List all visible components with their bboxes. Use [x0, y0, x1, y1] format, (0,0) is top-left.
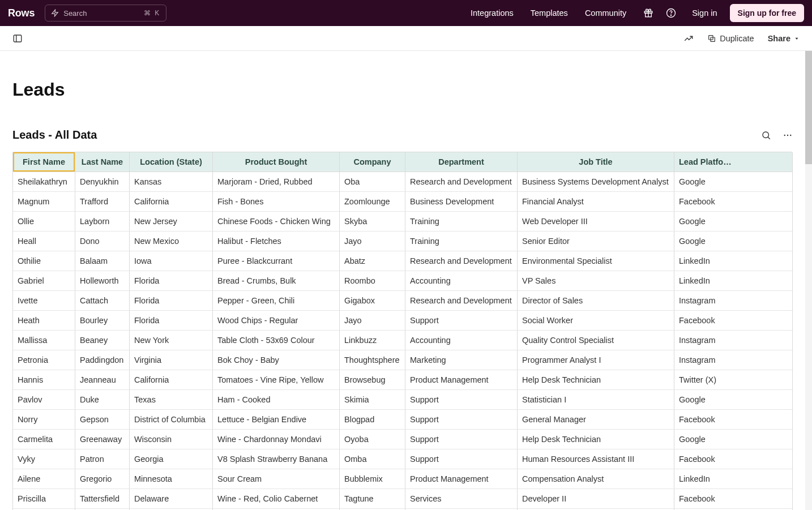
- nav-link-integrations[interactable]: Integrations: [471, 8, 514, 18]
- table-cell[interactable]: Delaware: [130, 489, 213, 508]
- table-row[interactable]: IvetteCattachFloridaPepper - Green, Chil…: [13, 291, 792, 311]
- table-cell[interactable]: Jayo: [340, 232, 405, 251]
- table-cell[interactable]: Senior Editor: [518, 232, 674, 251]
- table-cell[interactable]: Social Worker: [518, 311, 674, 330]
- table-cell[interactable]: Web Developer III: [518, 212, 674, 231]
- table-cell[interactable]: Beaney: [75, 331, 130, 350]
- table-cell[interactable]: Product Management: [405, 469, 518, 488]
- table-cell[interactable]: Browsebug: [340, 370, 405, 389]
- table-cell[interactable]: Training: [405, 212, 518, 231]
- table-cell[interactable]: Priscilla: [13, 489, 75, 508]
- table-cell[interactable]: Omba: [340, 449, 405, 469]
- table-cell[interactable]: Support: [405, 430, 518, 449]
- table-cell[interactable]: Programmer Analyst I: [518, 350, 674, 370]
- table-cell[interactable]: Florida: [130, 311, 213, 330]
- table-cell[interactable]: Google: [674, 232, 737, 251]
- table-cell[interactable]: Twitter (X): [674, 370, 737, 389]
- table-cell[interactable]: Support: [405, 311, 518, 330]
- table-cell[interactable]: Business Systems Development Analyst: [518, 172, 674, 191]
- table-row[interactable]: OthilieBalaamIowaPuree - BlackcurrantAba…: [13, 251, 792, 271]
- search-input[interactable]: Search ⌘ K: [45, 5, 166, 22]
- share-button[interactable]: Share: [768, 34, 800, 43]
- table-cell[interactable]: Instagram: [674, 331, 737, 350]
- table-cell[interactable]: Gabriel: [13, 271, 75, 290]
- table-cell[interactable]: Ailene: [13, 469, 75, 488]
- table-cell[interactable]: Support: [405, 390, 518, 409]
- table-cell[interactable]: Fish - Bones: [213, 192, 340, 211]
- table-cell[interactable]: Skyba: [340, 212, 405, 231]
- table-cell[interactable]: Petronia: [13, 350, 75, 370]
- table-cell[interactable]: LinkedIn: [674, 271, 737, 290]
- table-cell[interactable]: New York: [130, 331, 213, 350]
- table-cell[interactable]: V8 Splash Strawberry Banana: [213, 449, 340, 469]
- column-header[interactable]: Lead Platform: [674, 152, 737, 172]
- table-cell[interactable]: Human Resources Assistant III: [518, 449, 674, 469]
- table-cell[interactable]: Google: [674, 212, 737, 231]
- table-cell[interactable]: Heath: [13, 311, 75, 330]
- table-cell[interactable]: California: [130, 370, 213, 389]
- table-cell[interactable]: Gigabox: [340, 291, 405, 310]
- table-cell[interactable]: Dono: [75, 232, 130, 251]
- table-cell[interactable]: Minnesota: [130, 469, 213, 488]
- table-cell[interactable]: Ivette: [13, 291, 75, 310]
- table-cell[interactable]: Facebook: [674, 311, 737, 330]
- table-cell[interactable]: Support: [405, 449, 518, 469]
- table-cell[interactable]: Georgia: [130, 449, 213, 469]
- table-cell[interactable]: Paddingdon: [75, 350, 130, 370]
- table-cell[interactable]: Wisconsin: [130, 430, 213, 449]
- scrollbar-thumb[interactable]: [805, 51, 812, 164]
- gift-icon[interactable]: [643, 8, 653, 18]
- table-cell[interactable]: New Jersey: [130, 212, 213, 231]
- table-cell[interactable]: Roombo: [340, 271, 405, 290]
- table-cell[interactable]: Tomatoes - Vine Ripe, Yellow: [213, 370, 340, 389]
- nav-link-community[interactable]: Community: [585, 8, 626, 18]
- table-cell[interactable]: Google: [674, 390, 737, 409]
- table-cell[interactable]: Wine - Chardonnay Mondavi: [213, 430, 340, 449]
- table-cell[interactable]: Blogpad: [340, 410, 405, 429]
- table-cell[interactable]: Holleworth: [75, 271, 130, 290]
- table-row[interactable]: HeallDonoNew MexicoHalibut - FletchesJay…: [13, 232, 792, 251]
- table-cell[interactable]: Puree - Blackcurrant: [213, 251, 340, 271]
- table-cell[interactable]: Halibut - Fletches: [213, 232, 340, 251]
- table-cell[interactable]: Sour Cream: [213, 469, 340, 488]
- data-table[interactable]: First NameLast NameLocation (State)Produ…: [12, 152, 793, 510]
- table-cell[interactable]: Oyoba: [340, 430, 405, 449]
- table-cell[interactable]: Instagram: [674, 291, 737, 310]
- table-cell[interactable]: Linkbuzz: [340, 331, 405, 350]
- table-cell[interactable]: Mallissa: [13, 331, 75, 350]
- table-row[interactable]: PriscillaTattersfieldDelawareWine - Red,…: [13, 489, 792, 509]
- duplicate-button[interactable]: Duplicate: [707, 34, 754, 43]
- table-cell[interactable]: Google: [674, 430, 737, 449]
- table-cell[interactable]: Research and Development: [405, 251, 518, 271]
- table-cell[interactable]: Support: [405, 410, 518, 429]
- table-cell[interactable]: Facebook: [674, 410, 737, 429]
- table-cell[interactable]: Wood Chips - Regular: [213, 311, 340, 330]
- table-cell[interactable]: Accounting: [405, 271, 518, 290]
- signin-link[interactable]: Sign in: [692, 8, 717, 18]
- table-row[interactable]: PavlovDukeTexasHam - CookedSkimiaSupport…: [13, 390, 792, 410]
- table-row[interactable]: OllieLaybornNew JerseyChinese Foods - Ch…: [13, 212, 792, 232]
- nav-link-templates[interactable]: Templates: [531, 8, 568, 18]
- table-row[interactable]: MagnumTraffordCaliforniaFish - BonesZoom…: [13, 192, 792, 212]
- column-header[interactable]: Company: [340, 152, 405, 172]
- table-cell[interactable]: Google: [674, 172, 737, 191]
- table-cell[interactable]: Vyky: [13, 449, 75, 469]
- column-header[interactable]: Product Bought: [213, 152, 340, 172]
- search-icon[interactable]: [761, 130, 771, 140]
- table-cell[interactable]: Florida: [130, 291, 213, 310]
- table-cell[interactable]: Patron: [75, 449, 130, 469]
- column-header[interactable]: Location (State): [130, 152, 213, 172]
- table-cell[interactable]: California: [130, 192, 213, 211]
- table-cell[interactable]: Othilie: [13, 251, 75, 271]
- table-cell[interactable]: Statistician I: [518, 390, 674, 409]
- table-cell[interactable]: General Manager: [518, 410, 674, 429]
- table-cell[interactable]: Bubblemix: [340, 469, 405, 488]
- table-cell[interactable]: Business Development: [405, 192, 518, 211]
- table-cell[interactable]: Help Desk Technician: [518, 430, 674, 449]
- table-cell[interactable]: Norry: [13, 410, 75, 429]
- table-row[interactable]: VykyPatronGeorgiaV8 Splash Strawberry Ba…: [13, 449, 792, 469]
- table-cell[interactable]: Compensation Analyst: [518, 469, 674, 488]
- table-cell[interactable]: Environmental Specialist: [518, 251, 674, 271]
- table-cell[interactable]: Quality Control Specialist: [518, 331, 674, 350]
- table-cell[interactable]: Zoomlounge: [340, 192, 405, 211]
